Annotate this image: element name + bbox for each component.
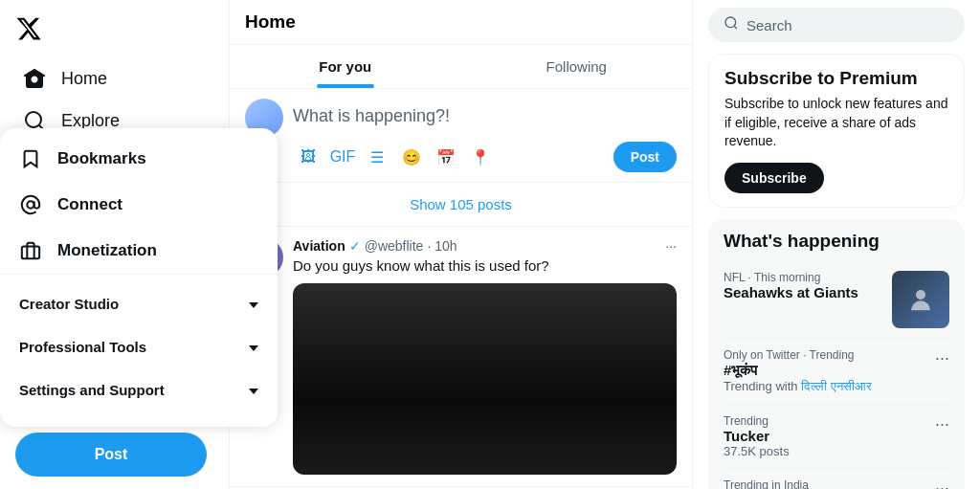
tweet-media-inner bbox=[293, 283, 677, 475]
trend-item-leo[interactable]: Trending in India #LeoFromOctober19 43.1… bbox=[724, 469, 949, 489]
list-icon[interactable]: ☰ bbox=[362, 142, 392, 172]
tweet-item: Aviation ✓ @webflite · 10h ··· Do you gu… bbox=[230, 227, 692, 487]
svg-rect-2 bbox=[22, 246, 39, 258]
tweet-author-handle: @webflite bbox=[365, 238, 424, 254]
trend-sub: 37.5K posts bbox=[724, 444, 935, 458]
trend-sub: Trending with दिल्ली एनसीआर bbox=[724, 379, 935, 394]
tweet-media bbox=[293, 283, 677, 475]
subscribe-button[interactable]: Subscribe bbox=[724, 163, 824, 193]
svg-point-0 bbox=[26, 112, 41, 127]
trend-thumb-inner bbox=[892, 271, 949, 328]
sidebar-item-home-label: Home bbox=[61, 69, 107, 89]
dropdown-connect-label: Connect bbox=[57, 195, 122, 214]
search-bar bbox=[708, 8, 965, 42]
settings-support-label: Settings and Support bbox=[19, 382, 165, 398]
trend-context: Trending bbox=[724, 414, 935, 428]
tweet-text: Do you guys know what this is used for? bbox=[293, 256, 677, 276]
search-input[interactable] bbox=[746, 17, 949, 33]
whats-happening-title: What's happening bbox=[724, 231, 949, 252]
trend-info: Only on Twitter · Trending #भूकंप Trendi… bbox=[724, 348, 935, 394]
compose-tools: 🖼 GIF ☰ 😊 📅 📍 Post bbox=[293, 142, 677, 172]
show-posts-bar[interactable]: Show 105 posts bbox=[230, 183, 692, 227]
dropdown-monetization-label: Monetization bbox=[57, 241, 157, 260]
trend-name: #भूकंप bbox=[724, 362, 935, 379]
sidebar-item-home[interactable]: Home bbox=[8, 57, 221, 100]
dropdown-settings-support[interactable]: Settings and Support bbox=[0, 368, 278, 411]
trend-item-tucker[interactable]: Trending Tucker 37.5K posts ··· bbox=[724, 405, 949, 469]
whats-happening-section: What's happening NFL · This morning Seah… bbox=[708, 219, 965, 489]
svg-point-4 bbox=[916, 290, 925, 300]
premium-title: Subscribe to Premium bbox=[724, 68, 948, 89]
dropdown-item-bookmarks[interactable]: Bookmarks bbox=[0, 136, 278, 182]
dropdown-item-connect[interactable]: Connect bbox=[0, 182, 278, 228]
tweet-more-icon[interactable]: ··· bbox=[665, 238, 677, 254]
tweet-timestamp: 10h bbox=[434, 238, 457, 254]
compose-placeholder[interactable]: What is happening?! bbox=[293, 99, 677, 134]
sidebar-dropdown-menu: Bookmarks Connect Monetization Creator S… bbox=[0, 128, 278, 427]
chevron-down-icon bbox=[249, 296, 258, 312]
dropdown-creator-studio[interactable]: Creator Studio bbox=[0, 282, 278, 325]
premium-description: Subscribe to unlock new features and if … bbox=[724, 95, 948, 151]
sidebar: Home Explore Notifications 16 Bookmarks … bbox=[0, 0, 230, 489]
dropdown-item-monetization[interactable]: Monetization bbox=[0, 228, 278, 274]
chevron-down-icon bbox=[249, 339, 258, 355]
tweet-header: Aviation ✓ @webflite · 10h ··· bbox=[293, 238, 677, 254]
chevron-down-icon bbox=[249, 382, 258, 398]
tabs-bar: For you Following bbox=[230, 45, 692, 89]
monetization-icon bbox=[19, 239, 42, 262]
search-icon bbox=[724, 15, 739, 34]
trend-info: Trending Tucker 37.5K posts bbox=[724, 414, 935, 458]
trend-context: Trending in India bbox=[724, 478, 935, 489]
gif-icon[interactable]: GIF bbox=[327, 142, 358, 172]
trend-name: Seahawks at Giants bbox=[724, 284, 858, 300]
post-button[interactable]: Post bbox=[15, 433, 207, 477]
trend-item-seahawks[interactable]: NFL · This morning Seahawks at Giants bbox=[724, 261, 949, 339]
at-icon bbox=[19, 193, 42, 216]
location-icon[interactable]: 📍 bbox=[465, 142, 496, 172]
tab-following[interactable]: Following bbox=[461, 45, 693, 88]
dropdown-bookmarks-label: Bookmarks bbox=[57, 149, 146, 168]
professional-tools-label: Professional Tools bbox=[19, 339, 146, 355]
trend-thumbnail bbox=[892, 271, 949, 328]
emoji-icon[interactable]: 😊 bbox=[396, 142, 427, 172]
trend-more-icon[interactable]: ··· bbox=[935, 478, 949, 489]
x-logo[interactable] bbox=[0, 8, 229, 54]
compose-post-button[interactable]: Post bbox=[613, 142, 677, 172]
trend-context: NFL · This morning bbox=[724, 271, 858, 284]
tweet-time: · bbox=[427, 238, 431, 254]
trend-info: NFL · This morning Seahawks at Giants bbox=[724, 271, 858, 300]
trend-more-icon[interactable]: ··· bbox=[935, 414, 949, 434]
home-icon bbox=[23, 67, 46, 90]
right-sidebar: Subscribe to Premium Subscribe to unlock… bbox=[693, 0, 980, 489]
svg-point-1 bbox=[27, 201, 33, 208]
trend-info: Trending in India #LeoFromOctober19 43.1… bbox=[724, 478, 935, 489]
dropdown-section-group: Creator Studio Professional Tools Settin… bbox=[0, 274, 278, 419]
compose-area: What is happening?! 🖼 GIF ☰ 😊 📅 📍 Post bbox=[230, 89, 692, 183]
dropdown-professional-tools[interactable]: Professional Tools bbox=[0, 325, 278, 368]
premium-box: Subscribe to Premium Subscribe to unlock… bbox=[708, 54, 965, 208]
svg-point-3 bbox=[725, 17, 736, 28]
schedule-icon[interactable]: 📅 bbox=[431, 142, 461, 172]
tweet-author-name: Aviation bbox=[293, 238, 345, 254]
trend-name: Tucker bbox=[724, 428, 935, 444]
bookmark-icon bbox=[19, 147, 42, 170]
verified-icon: ✓ bbox=[349, 238, 361, 254]
tab-for-you[interactable]: For you bbox=[230, 45, 461, 88]
tweet-right: Aviation ✓ @webflite · 10h ··· Do you gu… bbox=[293, 238, 677, 475]
trend-more-icon[interactable]: ··· bbox=[935, 348, 949, 368]
media-icon[interactable]: 🖼 bbox=[293, 142, 323, 172]
main-header: Home bbox=[230, 0, 692, 45]
trend-item-earthquake[interactable]: Only on Twitter · Trending #भूकंप Trendi… bbox=[724, 339, 949, 405]
trend-context: Only on Twitter · Trending bbox=[724, 348, 935, 362]
compose-right: What is happening?! 🖼 GIF ☰ 😊 📅 📍 Post bbox=[293, 99, 677, 172]
creator-studio-label: Creator Studio bbox=[19, 296, 119, 312]
page-title: Home bbox=[245, 11, 296, 32]
main-content: Home For you Following What is happening… bbox=[230, 0, 693, 489]
